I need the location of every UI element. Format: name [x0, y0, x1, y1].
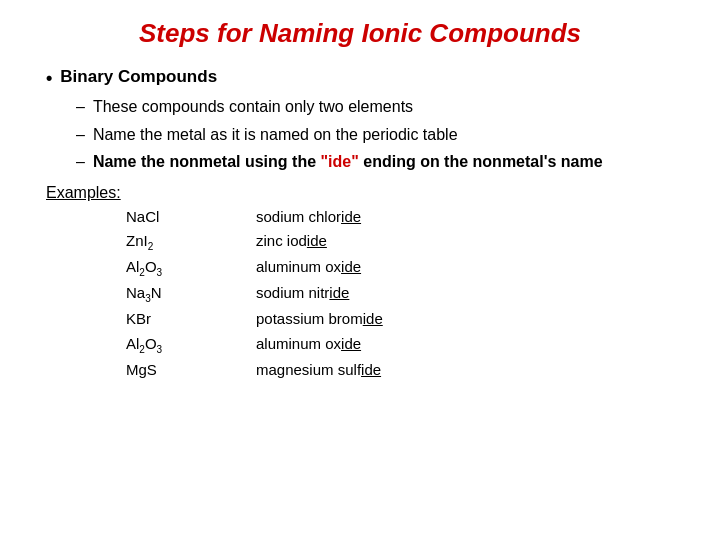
- example-row-nacl: NaCl sodium chloride: [126, 206, 684, 229]
- example-row-na3n: Na3N sodium nitride: [126, 282, 684, 306]
- name-mgs: magnesium sulfide: [256, 359, 381, 382]
- example-row-al2o3-1: Al2O3 aluminum oxide: [126, 256, 684, 280]
- bullet-header: • Binary Compounds: [46, 67, 684, 90]
- name-al2o3-2: aluminum oxide: [256, 333, 361, 356]
- name-nacl: sodium chloride: [256, 206, 361, 229]
- examples-table: NaCl sodium chloride ZnI2 zinc iodide Al…: [126, 206, 684, 382]
- examples-label: Examples:: [46, 184, 684, 202]
- dash-text-3: Name the nonmetal using the "ide" ending…: [93, 151, 684, 173]
- formula-al2o3-2: Al2O3: [126, 333, 256, 357]
- dash-1: –: [76, 96, 85, 118]
- formula-nacl: NaCl: [126, 206, 256, 229]
- binary-compounds-label: Binary Compounds: [60, 67, 217, 87]
- formula-al2o3-1: Al2O3: [126, 256, 256, 280]
- dash-item-2: – Name the metal as it is named on the p…: [76, 124, 684, 146]
- page: Steps for Naming Ionic Compounds • Binar…: [0, 0, 720, 540]
- name-al2o3-1: aluminum oxide: [256, 256, 361, 279]
- formula-kbr: KBr: [126, 308, 256, 331]
- dash-text-2: Name the metal as it is named on the per…: [93, 124, 684, 146]
- example-row-mgs: MgS magnesium sulfide: [126, 359, 684, 382]
- bullet-section: • Binary Compounds – These compounds con…: [46, 67, 684, 174]
- dash-item-1: – These compounds contain only two eleme…: [76, 96, 684, 118]
- dash-2: –: [76, 124, 85, 146]
- dash-text-1: These compounds contain only two element…: [93, 96, 684, 118]
- name-zni2: zinc iodide: [256, 230, 327, 253]
- name-na3n: sodium nitride: [256, 282, 349, 305]
- page-title: Steps for Naming Ionic Compounds: [36, 18, 684, 49]
- example-row-al2o3-2: Al2O3 aluminum oxide: [126, 333, 684, 357]
- formula-zni2: ZnI2: [126, 230, 256, 254]
- dash-3: –: [76, 151, 85, 173]
- formula-na3n: Na3N: [126, 282, 256, 306]
- example-row-zni2: ZnI2 zinc iodide: [126, 230, 684, 254]
- examples-section: Examples: NaCl sodium chloride ZnI2 zinc…: [46, 184, 684, 382]
- example-row-kbr: KBr potassium bromide: [126, 308, 684, 331]
- dash-item-3: – Name the nonmetal using the "ide" endi…: [76, 151, 684, 173]
- formula-mgs: MgS: [126, 359, 256, 382]
- bullet-dot: •: [46, 67, 52, 90]
- name-kbr: potassium bromide: [256, 308, 383, 331]
